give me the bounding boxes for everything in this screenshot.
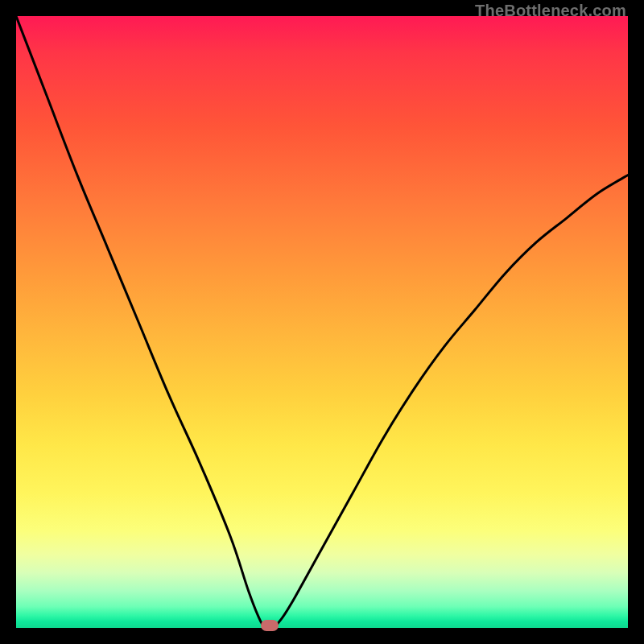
watermark-label: TheBottleneck.com [475, 2, 626, 20]
curve-svg [16, 16, 628, 628]
chart-frame: TheBottleneck.com [0, 0, 644, 644]
minimum-marker [261, 620, 279, 631]
bottleneck-curve [16, 16, 628, 628]
